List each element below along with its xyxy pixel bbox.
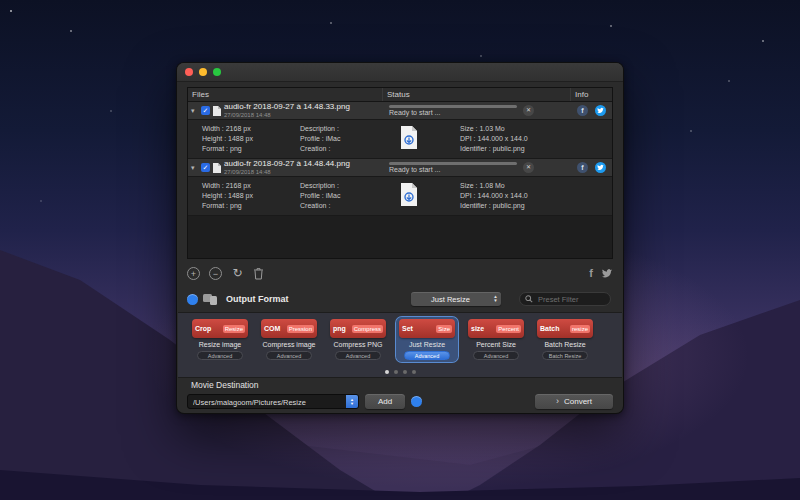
file-name-block: audio-fr 2018-09-27 à 14.48.44.png 27/09…	[224, 160, 350, 175]
detail-height: Height : 1488 px	[202, 191, 253, 201]
file-cell: ▾ ✓ audio-fr 2018-09-27 à 14.48.44.png 2…	[188, 160, 383, 175]
detail-identifier: Identifier : public.png	[460, 201, 528, 211]
table-toolbar: + − ↻ f	[187, 263, 613, 283]
preset-badge: Batch resize	[537, 319, 593, 338]
preset-subtag: Size	[436, 325, 452, 333]
toolbar-share-group: f	[589, 267, 613, 279]
page-dot[interactable]	[403, 370, 407, 374]
refresh-icon[interactable]: ↻	[231, 267, 244, 280]
twitter-icon[interactable]	[601, 268, 613, 279]
facebook-share-icon[interactable]: f	[577, 162, 588, 173]
destination-path-input[interactable]	[191, 395, 345, 410]
detail-width: Width : 2168 px	[202, 181, 253, 191]
page-dot[interactable]	[394, 370, 398, 374]
path-stepper-icon[interactable]: ▲▼	[346, 395, 358, 408]
file-row[interactable]: ▾ ✓ audio-fr 2018-09-27 à 14.48.44.png 2…	[188, 159, 612, 177]
share-blue-icon[interactable]	[187, 294, 198, 305]
file-checkbox[interactable]: ✓	[201, 106, 210, 115]
preset-card-just-resize-selected[interactable]: Set Size Just Resize Advanced	[396, 317, 458, 362]
advanced-button[interactable]: Advanced	[473, 351, 519, 360]
preset-subtag: resize	[570, 325, 590, 333]
add-file-icon[interactable]: +	[187, 267, 200, 280]
window-titlebar[interactable]	[177, 63, 623, 82]
preset-caption: Batch Resize	[544, 341, 585, 348]
preset-tag: Crop	[195, 325, 211, 332]
table-header: Files Status Info	[188, 88, 612, 102]
detail-creation: Creation :	[300, 144, 340, 154]
file-detail-row: Width : 2168 px Height : 1488 px Format …	[188, 177, 612, 216]
disclosure-triangle-icon[interactable]: ▾	[191, 164, 198, 172]
preset-subtag: Resize	[223, 325, 245, 333]
detail-dpi: DPI : 144.000 x 144.0	[460, 191, 528, 201]
close-window-button[interactable]	[185, 68, 193, 76]
preset-caption: Percent Size	[476, 341, 516, 348]
cancel-icon[interactable]: ✕	[523, 105, 534, 116]
file-row[interactable]: ▾ ✓ audio-fr 2018-09-27 à 14.48.33.png 2…	[188, 102, 612, 120]
preset-caption: Compress PNG	[333, 341, 382, 348]
convert-label: Convert	[564, 397, 592, 406]
column-header-files[interactable]: Files	[188, 88, 383, 101]
cancel-icon[interactable]: ✕	[523, 162, 534, 173]
preset-subtag: Pression	[287, 325, 314, 333]
facebook-share-icon[interactable]: f	[577, 105, 588, 116]
preset-caption: Compress image	[263, 341, 316, 348]
disclosure-triangle-icon[interactable]: ▾	[191, 107, 198, 115]
zoom-window-button[interactable]	[213, 68, 221, 76]
preset-card-resize-image[interactable]: Crop Resize Resize image Advanced	[189, 317, 251, 362]
preset-card-compress-image[interactable]: COM Pression Compress image Advanced	[258, 317, 320, 362]
twitter-share-icon[interactable]	[595, 162, 606, 173]
file-date: 27/09/2018 14:48	[224, 169, 350, 175]
detail-size-info: Size : 1.08 Mo DPI : 144.000 x 144.0 Ide…	[460, 181, 528, 211]
detail-profile: Profile : iMac	[300, 134, 340, 144]
preset-filter-field[interactable]	[519, 292, 611, 306]
destination-share-icon[interactable]	[411, 396, 422, 407]
preset-card-compress-png[interactable]: png Compress Compress PNG Advanced	[327, 317, 389, 362]
trash-icon[interactable]	[253, 267, 264, 280]
detail-format: Format : png	[202, 144, 253, 154]
advanced-button[interactable]: Advanced	[404, 351, 450, 360]
file-checkbox[interactable]: ✓	[201, 163, 210, 172]
column-header-status[interactable]: Status	[383, 88, 571, 101]
preset-cards: Crop Resize Resize image Advanced COM Pr…	[178, 313, 622, 362]
preset-badge: size Percent	[468, 319, 524, 338]
destination-row: ▲▼ Add › Convert	[187, 393, 613, 410]
advanced-button[interactable]: Advanced	[335, 351, 381, 360]
preset-card-batch-resize[interactable]: Batch resize Batch Resize Batch Resize	[534, 317, 596, 362]
advanced-button[interactable]: Advanced	[197, 351, 243, 360]
detail-size-info: Size : 1.03 Mo DPI : 144.000 x 144.0 Ide…	[460, 124, 528, 154]
preset-badge: Set Size	[399, 319, 455, 338]
preset-filter-input[interactable]	[536, 294, 605, 305]
output-format-popup[interactable]: Just Resize ▲▼	[411, 292, 501, 306]
batch-resize-button[interactable]: Batch Resize	[542, 351, 588, 360]
facebook-icon[interactable]: f	[589, 267, 593, 279]
detail-description: Description :	[300, 124, 340, 134]
add-destination-button[interactable]: Add	[365, 394, 405, 409]
status-cell: Ready to start ... ✕	[383, 159, 571, 176]
preset-badge: png Compress	[330, 319, 386, 338]
status-text: Ready to start ...	[389, 109, 440, 116]
output-format-label: Output Format	[226, 294, 289, 304]
devices-icon[interactable]	[203, 293, 219, 305]
minimize-window-button[interactable]	[199, 68, 207, 76]
popup-arrows-icon: ▲▼	[490, 295, 501, 303]
twitter-share-icon[interactable]	[595, 105, 606, 116]
page-dot[interactable]	[385, 370, 389, 374]
detail-identifier: Identifier : public.png	[460, 144, 528, 154]
column-header-info[interactable]: Info	[571, 88, 612, 101]
convert-button[interactable]: › Convert	[535, 394, 613, 409]
remove-file-icon[interactable]: −	[209, 267, 222, 280]
preset-tag: png	[333, 325, 346, 332]
destination-path-field[interactable]: ▲▼	[187, 394, 359, 409]
file-name-block: audio-fr 2018-09-27 à 14.48.33.png 27/09…	[224, 103, 350, 118]
preset-tag: COM	[264, 325, 280, 332]
info-cell: f	[571, 105, 612, 116]
output-format-row: Output Format Just Resize ▲▼	[187, 290, 613, 308]
detail-size: Size : 1.03 Mo	[460, 124, 528, 134]
preset-subtag: Percent	[496, 325, 521, 333]
page-dot[interactable]	[412, 370, 416, 374]
preset-card-percent-size[interactable]: size Percent Percent Size Advanced	[465, 317, 527, 362]
advanced-button[interactable]: Advanced	[266, 351, 312, 360]
detail-meta: Description : Profile : iMac Creation :	[300, 181, 340, 211]
preset-caption: Just Resize	[409, 341, 445, 348]
file-name: audio-fr 2018-09-27 à 14.48.33.png	[224, 103, 350, 111]
